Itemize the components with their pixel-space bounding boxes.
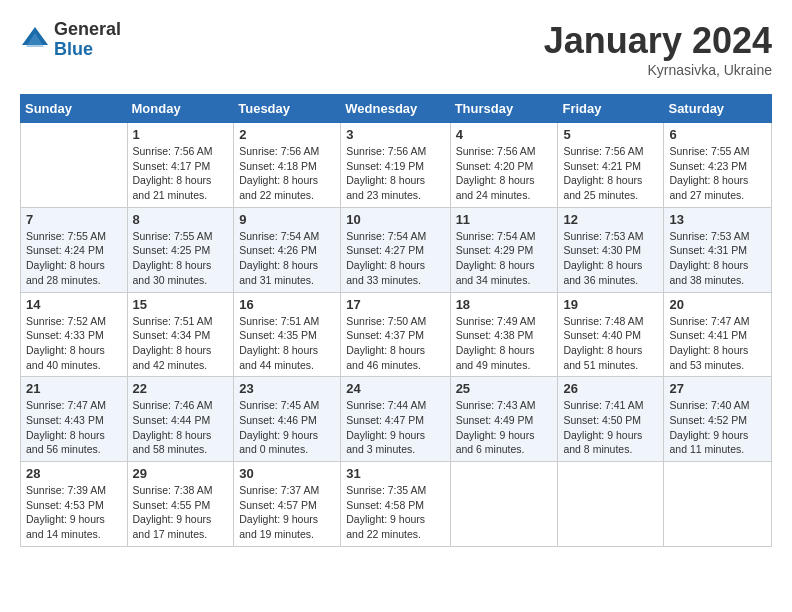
- calendar-day-cell: [21, 123, 128, 208]
- day-number: 4: [456, 127, 553, 142]
- calendar-day-cell: 12Sunrise: 7:53 AM Sunset: 4:30 PM Dayli…: [558, 207, 664, 292]
- day-info: Sunrise: 7:47 AM Sunset: 4:43 PM Dayligh…: [26, 398, 122, 457]
- calendar-day-cell: 7Sunrise: 7:55 AM Sunset: 4:24 PM Daylig…: [21, 207, 128, 292]
- calendar-day-cell: 31Sunrise: 7:35 AM Sunset: 4:58 PM Dayli…: [341, 462, 450, 547]
- day-info: Sunrise: 7:51 AM Sunset: 4:34 PM Dayligh…: [133, 314, 229, 373]
- day-number: 23: [239, 381, 335, 396]
- day-number: 10: [346, 212, 444, 227]
- calendar-week-row: 1Sunrise: 7:56 AM Sunset: 4:17 PM Daylig…: [21, 123, 772, 208]
- day-info: Sunrise: 7:56 AM Sunset: 4:18 PM Dayligh…: [239, 144, 335, 203]
- weekday-header-cell: Tuesday: [234, 95, 341, 123]
- day-info: Sunrise: 7:44 AM Sunset: 4:47 PM Dayligh…: [346, 398, 444, 457]
- calendar-day-cell: 15Sunrise: 7:51 AM Sunset: 4:34 PM Dayli…: [127, 292, 234, 377]
- calendar-day-cell: 30Sunrise: 7:37 AM Sunset: 4:57 PM Dayli…: [234, 462, 341, 547]
- calendar-day-cell: 5Sunrise: 7:56 AM Sunset: 4:21 PM Daylig…: [558, 123, 664, 208]
- day-number: 31: [346, 466, 444, 481]
- day-info: Sunrise: 7:54 AM Sunset: 4:29 PM Dayligh…: [456, 229, 553, 288]
- day-number: 11: [456, 212, 553, 227]
- day-number: 26: [563, 381, 658, 396]
- day-number: 19: [563, 297, 658, 312]
- day-info: Sunrise: 7:50 AM Sunset: 4:37 PM Dayligh…: [346, 314, 444, 373]
- calendar-week-row: 14Sunrise: 7:52 AM Sunset: 4:33 PM Dayli…: [21, 292, 772, 377]
- calendar-week-row: 28Sunrise: 7:39 AM Sunset: 4:53 PM Dayli…: [21, 462, 772, 547]
- day-number: 27: [669, 381, 766, 396]
- calendar-day-cell: 8Sunrise: 7:55 AM Sunset: 4:25 PM Daylig…: [127, 207, 234, 292]
- day-number: 30: [239, 466, 335, 481]
- weekday-header-row: SundayMondayTuesdayWednesdayThursdayFrid…: [21, 95, 772, 123]
- title-block: January 2024 Kyrnasivka, Ukraine: [544, 20, 772, 78]
- calendar-day-cell: 16Sunrise: 7:51 AM Sunset: 4:35 PM Dayli…: [234, 292, 341, 377]
- calendar-day-cell: 22Sunrise: 7:46 AM Sunset: 4:44 PM Dayli…: [127, 377, 234, 462]
- day-info: Sunrise: 7:38 AM Sunset: 4:55 PM Dayligh…: [133, 483, 229, 542]
- calendar-day-cell: 10Sunrise: 7:54 AM Sunset: 4:27 PM Dayli…: [341, 207, 450, 292]
- day-number: 28: [26, 466, 122, 481]
- day-number: 2: [239, 127, 335, 142]
- day-number: 6: [669, 127, 766, 142]
- day-number: 5: [563, 127, 658, 142]
- day-number: 29: [133, 466, 229, 481]
- calendar-day-cell: [664, 462, 772, 547]
- day-number: 18: [456, 297, 553, 312]
- weekday-header-cell: Saturday: [664, 95, 772, 123]
- day-number: 25: [456, 381, 553, 396]
- calendar-day-cell: 27Sunrise: 7:40 AM Sunset: 4:52 PM Dayli…: [664, 377, 772, 462]
- day-number: 22: [133, 381, 229, 396]
- day-info: Sunrise: 7:39 AM Sunset: 4:53 PM Dayligh…: [26, 483, 122, 542]
- calendar-day-cell: 4Sunrise: 7:56 AM Sunset: 4:20 PM Daylig…: [450, 123, 558, 208]
- day-info: Sunrise: 7:51 AM Sunset: 4:35 PM Dayligh…: [239, 314, 335, 373]
- weekday-header-cell: Thursday: [450, 95, 558, 123]
- day-info: Sunrise: 7:47 AM Sunset: 4:41 PM Dayligh…: [669, 314, 766, 373]
- logo-icon: [20, 25, 50, 55]
- calendar-week-row: 21Sunrise: 7:47 AM Sunset: 4:43 PM Dayli…: [21, 377, 772, 462]
- calendar-day-cell: 24Sunrise: 7:44 AM Sunset: 4:47 PM Dayli…: [341, 377, 450, 462]
- calendar-day-cell: 28Sunrise: 7:39 AM Sunset: 4:53 PM Dayli…: [21, 462, 128, 547]
- calendar-day-cell: 11Sunrise: 7:54 AM Sunset: 4:29 PM Dayli…: [450, 207, 558, 292]
- day-info: Sunrise: 7:54 AM Sunset: 4:27 PM Dayligh…: [346, 229, 444, 288]
- day-number: 8: [133, 212, 229, 227]
- day-info: Sunrise: 7:41 AM Sunset: 4:50 PM Dayligh…: [563, 398, 658, 457]
- calendar-day-cell: 21Sunrise: 7:47 AM Sunset: 4:43 PM Dayli…: [21, 377, 128, 462]
- calendar-day-cell: 23Sunrise: 7:45 AM Sunset: 4:46 PM Dayli…: [234, 377, 341, 462]
- calendar-day-cell: 20Sunrise: 7:47 AM Sunset: 4:41 PM Dayli…: [664, 292, 772, 377]
- day-info: Sunrise: 7:56 AM Sunset: 4:17 PM Dayligh…: [133, 144, 229, 203]
- day-info: Sunrise: 7:53 AM Sunset: 4:30 PM Dayligh…: [563, 229, 658, 288]
- calendar-day-cell: 6Sunrise: 7:55 AM Sunset: 4:23 PM Daylig…: [664, 123, 772, 208]
- day-info: Sunrise: 7:45 AM Sunset: 4:46 PM Dayligh…: [239, 398, 335, 457]
- location: Kyrnasivka, Ukraine: [544, 62, 772, 78]
- calendar-day-cell: 29Sunrise: 7:38 AM Sunset: 4:55 PM Dayli…: [127, 462, 234, 547]
- day-number: 3: [346, 127, 444, 142]
- day-info: Sunrise: 7:56 AM Sunset: 4:21 PM Dayligh…: [563, 144, 658, 203]
- calendar-day-cell: 26Sunrise: 7:41 AM Sunset: 4:50 PM Dayli…: [558, 377, 664, 462]
- weekday-header-cell: Friday: [558, 95, 664, 123]
- calendar-day-cell: 14Sunrise: 7:52 AM Sunset: 4:33 PM Dayli…: [21, 292, 128, 377]
- day-number: 15: [133, 297, 229, 312]
- calendar-day-cell: [558, 462, 664, 547]
- logo-blue: Blue: [54, 40, 121, 60]
- day-info: Sunrise: 7:52 AM Sunset: 4:33 PM Dayligh…: [26, 314, 122, 373]
- logo-general: General: [54, 20, 121, 40]
- day-info: Sunrise: 7:54 AM Sunset: 4:26 PM Dayligh…: [239, 229, 335, 288]
- calendar-day-cell: 17Sunrise: 7:50 AM Sunset: 4:37 PM Dayli…: [341, 292, 450, 377]
- day-info: Sunrise: 7:40 AM Sunset: 4:52 PM Dayligh…: [669, 398, 766, 457]
- page-header: General Blue January 2024 Kyrnasivka, Uk…: [20, 20, 772, 78]
- day-info: Sunrise: 7:56 AM Sunset: 4:19 PM Dayligh…: [346, 144, 444, 203]
- calendar-week-row: 7Sunrise: 7:55 AM Sunset: 4:24 PM Daylig…: [21, 207, 772, 292]
- calendar-day-cell: 1Sunrise: 7:56 AM Sunset: 4:17 PM Daylig…: [127, 123, 234, 208]
- day-number: 14: [26, 297, 122, 312]
- calendar-day-cell: 18Sunrise: 7:49 AM Sunset: 4:38 PM Dayli…: [450, 292, 558, 377]
- day-number: 21: [26, 381, 122, 396]
- day-info: Sunrise: 7:49 AM Sunset: 4:38 PM Dayligh…: [456, 314, 553, 373]
- day-info: Sunrise: 7:35 AM Sunset: 4:58 PM Dayligh…: [346, 483, 444, 542]
- calendar-table: SundayMondayTuesdayWednesdayThursdayFrid…: [20, 94, 772, 547]
- day-number: 17: [346, 297, 444, 312]
- day-number: 1: [133, 127, 229, 142]
- day-number: 9: [239, 212, 335, 227]
- logo: General Blue: [20, 20, 121, 60]
- day-number: 16: [239, 297, 335, 312]
- calendar-day-cell: 9Sunrise: 7:54 AM Sunset: 4:26 PM Daylig…: [234, 207, 341, 292]
- calendar-day-cell: [450, 462, 558, 547]
- day-info: Sunrise: 7:55 AM Sunset: 4:25 PM Dayligh…: [133, 229, 229, 288]
- calendar-day-cell: 2Sunrise: 7:56 AM Sunset: 4:18 PM Daylig…: [234, 123, 341, 208]
- calendar-body: 1Sunrise: 7:56 AM Sunset: 4:17 PM Daylig…: [21, 123, 772, 547]
- day-number: 12: [563, 212, 658, 227]
